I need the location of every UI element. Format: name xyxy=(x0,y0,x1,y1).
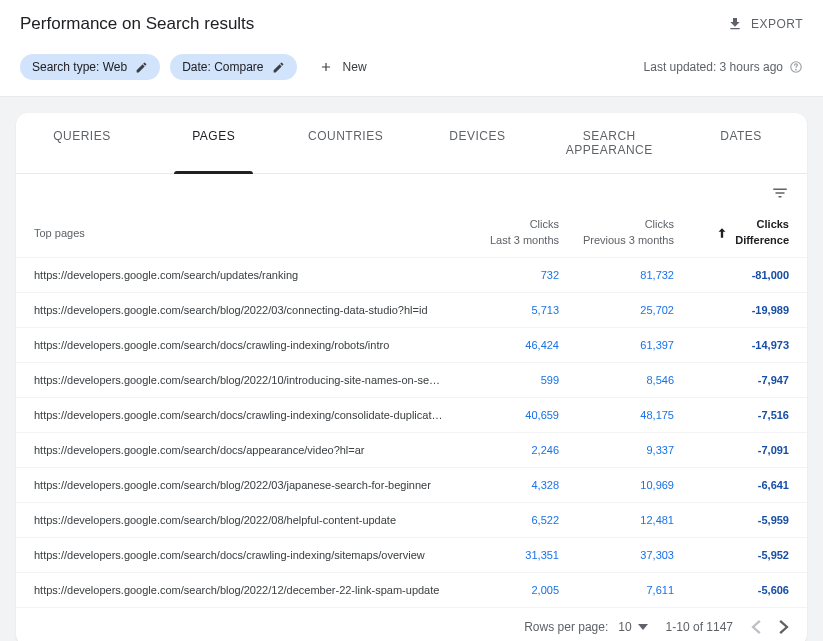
cell-clicks-last: 732 xyxy=(444,269,559,281)
dropdown-icon xyxy=(638,624,648,630)
cell-clicks-prev: 9,337 xyxy=(559,444,674,456)
sort-arrow-up-icon xyxy=(715,226,729,240)
pagination-range: 1-10 of 1147 xyxy=(666,620,733,634)
last-updated-text: Last updated: 3 hours ago xyxy=(644,60,783,74)
cell-clicks-last: 40,659 xyxy=(444,409,559,421)
cell-clicks-diff: -19,989 xyxy=(674,304,789,316)
cell-clicks-prev: 7,611 xyxy=(559,584,674,596)
pagination: Rows per page: 10 1-10 of 1147 xyxy=(16,608,807,641)
cell-clicks-diff: -7,516 xyxy=(674,409,789,421)
cell-clicks-prev: 25,702 xyxy=(559,304,674,316)
cell-clicks-last: 599 xyxy=(444,374,559,386)
cell-url: https://developers.google.com/search/doc… xyxy=(34,409,444,421)
chip-label: Date: Compare xyxy=(182,60,263,74)
svg-point-1 xyxy=(796,69,797,70)
cell-clicks-diff: -14,973 xyxy=(674,339,789,351)
cell-clicks-diff: -6,641 xyxy=(674,479,789,491)
export-button[interactable]: EXPORT xyxy=(727,16,803,32)
cell-clicks-diff: -81,000 xyxy=(674,269,789,281)
column-header-clicks-prev[interactable]: Clicks Previous 3 months xyxy=(559,217,674,248)
tab-countries[interactable]: COUNTRIES xyxy=(280,113,412,173)
cell-clicks-prev: 61,397 xyxy=(559,339,674,351)
last-updated: Last updated: 3 hours ago xyxy=(644,60,803,74)
column-header-clicks-diff[interactable]: Clicks Difference xyxy=(674,217,789,248)
tabs: QUERIESPAGESCOUNTRIESDEVICESSEARCH APPEA… xyxy=(16,113,807,174)
cell-clicks-prev: 48,175 xyxy=(559,409,674,421)
cell-clicks-last: 4,328 xyxy=(444,479,559,491)
table-row[interactable]: https://developers.google.com/search/blo… xyxy=(16,573,807,608)
cell-clicks-last: 31,351 xyxy=(444,549,559,561)
cell-clicks-prev: 12,481 xyxy=(559,514,674,526)
table-row[interactable]: https://developers.google.com/search/blo… xyxy=(16,468,807,503)
cell-clicks-prev: 8,546 xyxy=(559,374,674,386)
cell-url: https://developers.google.com/search/blo… xyxy=(34,514,444,526)
cell-url: https://developers.google.com/search/upd… xyxy=(34,269,444,281)
plus-icon xyxy=(319,60,333,74)
tab-dates[interactable]: DATES xyxy=(675,113,807,173)
table-row[interactable]: https://developers.google.com/search/blo… xyxy=(16,363,807,398)
pages-table: Top pages Clicks Last 3 months Clicks Pr… xyxy=(16,208,807,608)
tab-devices[interactable]: DEVICES xyxy=(411,113,543,173)
cell-clicks-last: 6,522 xyxy=(444,514,559,526)
tab-search-appearance[interactable]: SEARCH APPEARANCE xyxy=(543,113,675,173)
new-filter-button[interactable]: New xyxy=(307,54,379,80)
rows-per-page-select[interactable]: 10 xyxy=(618,620,647,634)
cell-clicks-last: 2,005 xyxy=(444,584,559,596)
prev-page-button[interactable] xyxy=(751,620,761,634)
cell-clicks-prev: 37,303 xyxy=(559,549,674,561)
cell-url: https://developers.google.com/search/doc… xyxy=(34,444,444,456)
cell-clicks-last: 2,246 xyxy=(444,444,559,456)
cell-url: https://developers.google.com/search/blo… xyxy=(34,304,444,316)
next-page-button[interactable] xyxy=(779,620,789,634)
table-row[interactable]: https://developers.google.com/search/upd… xyxy=(16,258,807,293)
help-icon[interactable] xyxy=(789,60,803,74)
export-label: EXPORT xyxy=(751,17,803,31)
cell-clicks-diff: -5,959 xyxy=(674,514,789,526)
table-row[interactable]: https://developers.google.com/search/doc… xyxy=(16,398,807,433)
table-row[interactable]: https://developers.google.com/search/doc… xyxy=(16,328,807,363)
cell-clicks-prev: 10,969 xyxy=(559,479,674,491)
cell-url: https://developers.google.com/search/blo… xyxy=(34,479,444,491)
table-row[interactable]: https://developers.google.com/search/blo… xyxy=(16,503,807,538)
column-header-top-pages: Top pages xyxy=(34,227,444,239)
column-header-clicks-last[interactable]: Clicks Last 3 months xyxy=(444,217,559,248)
filter-list-icon[interactable] xyxy=(771,184,789,202)
filter-chip-search-type[interactable]: Search type: Web xyxy=(20,54,160,80)
table-row[interactable]: https://developers.google.com/search/doc… xyxy=(16,433,807,468)
table-row[interactable]: https://developers.google.com/search/blo… xyxy=(16,293,807,328)
tab-pages[interactable]: PAGES xyxy=(148,113,280,173)
download-icon xyxy=(727,16,743,32)
cell-url: https://developers.google.com/search/blo… xyxy=(34,584,444,596)
cell-url: https://developers.google.com/search/blo… xyxy=(34,374,444,386)
cell-clicks-diff: -7,091 xyxy=(674,444,789,456)
cell-clicks-diff: -5,952 xyxy=(674,549,789,561)
new-label: New xyxy=(343,60,367,74)
tab-queries[interactable]: QUERIES xyxy=(16,113,148,173)
cell-clicks-prev: 81,732 xyxy=(559,269,674,281)
rows-per-page-label: Rows per page: xyxy=(524,620,608,634)
cell-clicks-diff: -7,947 xyxy=(674,374,789,386)
filter-chip-date[interactable]: Date: Compare xyxy=(170,54,296,80)
cell-clicks-diff: -5,606 xyxy=(674,584,789,596)
page-title: Performance on Search results xyxy=(20,14,254,34)
table-header-row: Top pages Clicks Last 3 months Clicks Pr… xyxy=(16,208,807,258)
table-row[interactable]: https://developers.google.com/search/doc… xyxy=(16,538,807,573)
chip-label: Search type: Web xyxy=(32,60,127,74)
cell-clicks-last: 5,713 xyxy=(444,304,559,316)
cell-url: https://developers.google.com/search/doc… xyxy=(34,549,444,561)
pencil-icon xyxy=(272,61,285,74)
cell-clicks-last: 46,424 xyxy=(444,339,559,351)
pencil-icon xyxy=(135,61,148,74)
cell-url: https://developers.google.com/search/doc… xyxy=(34,339,444,351)
